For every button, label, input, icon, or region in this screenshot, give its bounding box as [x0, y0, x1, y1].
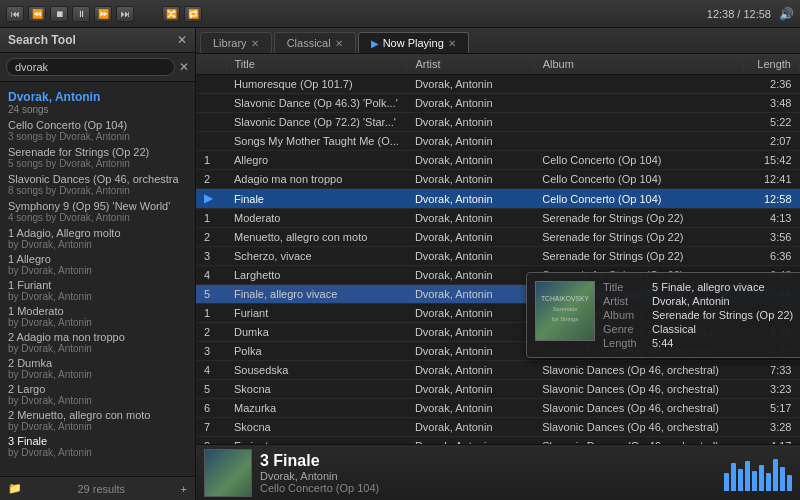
- track-artist: Dvorak, Antonin: [407, 399, 534, 418]
- col-title[interactable]: Title: [226, 54, 407, 75]
- table-row[interactable]: 3Scherzo, vivaceDvorak, AntoninSerenade …: [196, 247, 800, 266]
- tooltip-title-label: Title: [603, 281, 648, 293]
- track-artist: Dvorak, Antonin: [407, 170, 534, 189]
- fast-forward-button[interactable]: ⏩: [94, 6, 112, 22]
- sidebar-album-3[interactable]: Symphony 9 (Op 95) 'New World' 4 songs b…: [0, 198, 195, 225]
- tooltip-popup: TCHAIKOVSKY Serenade for Strings Title 5…: [526, 272, 800, 358]
- tab-classical[interactable]: Classical ✕: [274, 32, 356, 53]
- table-row[interactable]: 8FuriantDvorak, AntoninSlavonic Dances (…: [196, 437, 800, 445]
- pause-button[interactable]: ⏸: [72, 6, 90, 22]
- content-area: Library ✕ Classical ✕ ▶ Now Playing ✕ Ti…: [196, 28, 800, 500]
- search-header-icon: ✕: [177, 33, 187, 47]
- sidebar-track-6[interactable]: 2 Largo by Dvorak, Antonin: [0, 381, 195, 407]
- sidebar-track-4[interactable]: 2 Adagio ma non troppo by Dvorak, Antoni…: [0, 329, 195, 355]
- tab-play-icon: ▶: [371, 38, 379, 49]
- table-row[interactable]: 1AllegroDvorak, AntoninCello Concerto (O…: [196, 151, 800, 170]
- sidebar-track-2[interactable]: 1 Furiant by Dvorak, Antonin: [0, 277, 195, 303]
- col-length[interactable]: Length: [743, 54, 799, 75]
- search-clear-icon[interactable]: ✕: [179, 60, 189, 74]
- table-row[interactable]: 7SkocnaDvorak, AntoninSlavonic Dances (O…: [196, 418, 800, 437]
- prev-button[interactable]: ⏮: [6, 6, 24, 22]
- tooltip-title-row: Title 5 Finale, allegro vivace: [603, 281, 793, 293]
- sidebar-track-0[interactable]: 1 Adagio, Allegro molto by Dvorak, Anton…: [0, 225, 195, 251]
- table-row[interactable]: 2Adagio ma non troppoDvorak, AntoninCell…: [196, 170, 800, 189]
- tab-now-playing[interactable]: ▶ Now Playing ✕: [358, 32, 469, 53]
- sidebar-album-0[interactable]: Cello Concerto (Op 104) 3 songs by Dvora…: [0, 117, 195, 144]
- table-row[interactable]: 4SousedskaDvorak, AntoninSlavonic Dances…: [196, 361, 800, 380]
- next-button[interactable]: ⏭: [116, 6, 134, 22]
- stop-button[interactable]: ⏹: [50, 6, 68, 22]
- track-num: 3: [196, 247, 226, 266]
- svg-text:for Strings: for Strings: [552, 316, 579, 322]
- table-row[interactable]: 2Menuetto, allegro con motoDvorak, Anton…: [196, 228, 800, 247]
- track-title: Furiant: [226, 437, 407, 445]
- track-num: 1: [196, 151, 226, 170]
- search-input[interactable]: [6, 58, 175, 76]
- table-row[interactable]: 1ModeratoDvorak, AntoninSerenade for Str…: [196, 209, 800, 228]
- col-artist[interactable]: Artist: [407, 54, 534, 75]
- sidebar-track-3-by: by Dvorak, Antonin: [8, 317, 187, 328]
- sidebar-album-1[interactable]: Serenade for Strings (Op 22) 5 songs by …: [0, 144, 195, 171]
- shuffle-button[interactable]: 🔀: [162, 6, 180, 22]
- svg-rect-4: [205, 450, 252, 497]
- table-header-row: Title Artist Album Length: [196, 54, 800, 75]
- table-row[interactable]: Humoresque (Op 101.7)Dvorak, Antonin2:36: [196, 75, 800, 94]
- rewind-button[interactable]: ⏪: [28, 6, 46, 22]
- table-row[interactable]: 6MazurkaDvorak, AntoninSlavonic Dances (…: [196, 399, 800, 418]
- track-artist: Dvorak, Antonin: [407, 323, 534, 342]
- track-num: ▶: [196, 189, 226, 209]
- track-title: Slavonic Dance (Op 46.3) 'Polk...': [226, 94, 407, 113]
- sidebar-track-7[interactable]: 2 Menuetto, allegro con moto by Dvorak, …: [0, 407, 195, 433]
- tooltip-album-label: Album: [603, 309, 648, 321]
- table-row[interactable]: ▶FinaleDvorak, AntoninCello Concerto (Op…: [196, 189, 800, 209]
- table-row[interactable]: Slavonic Dance (Op 46.3) 'Polk...'Dvorak…: [196, 94, 800, 113]
- table-row[interactable]: Slavonic Dance (Op 72.2) 'Star...'Dvorak…: [196, 113, 800, 132]
- tooltip-genre-row: Genre Classical: [603, 323, 793, 335]
- sidebar-track-5[interactable]: 2 Dumka by Dvorak, Antonin: [0, 355, 195, 381]
- sidebar-track-3[interactable]: 1 Moderato by Dvorak, Antonin: [0, 303, 195, 329]
- track-num: 6: [196, 399, 226, 418]
- tooltip-genre-label: Genre: [603, 323, 648, 335]
- track-album: Cello Concerto (Op 104): [534, 189, 743, 209]
- track-artist: Dvorak, Antonin: [407, 437, 534, 445]
- track-num: 4: [196, 361, 226, 380]
- tab-library-close[interactable]: ✕: [251, 38, 259, 49]
- add-icon[interactable]: +: [181, 483, 187, 495]
- track-table-container: Title Artist Album Length Humoresque (Op…: [196, 54, 800, 444]
- sidebar-album-2[interactable]: Slavonic Dances (Op 46, orchestra 8 song…: [0, 171, 195, 198]
- track-artist: Dvorak, Antonin: [407, 113, 534, 132]
- track-num: 1: [196, 209, 226, 228]
- sidebar-track-8-by: by Dvorak, Antonin: [8, 447, 187, 458]
- table-row[interactable]: Songs My Mother Taught Me (O...Dvorak, A…: [196, 132, 800, 151]
- sidebar-track-8[interactable]: 3 Finale by Dvorak, Antonin: [0, 433, 195, 459]
- sidebar: Search Tool ✕ ✕ Dvorak, Antonin 24 songs…: [0, 28, 196, 500]
- track-num: 7: [196, 418, 226, 437]
- track-num: 2: [196, 228, 226, 247]
- track-title: Sousedska: [226, 361, 407, 380]
- table-row[interactable]: 5SkocnaDvorak, AntoninSlavonic Dances (O…: [196, 380, 800, 399]
- track-num: [196, 75, 226, 94]
- np-visualizer: [724, 455, 792, 491]
- track-artist: Dvorak, Antonin: [407, 189, 534, 209]
- track-artist: Dvorak, Antonin: [407, 380, 534, 399]
- sidebar-album-0-title: Cello Concerto (Op 104): [8, 119, 187, 131]
- sidebar-track-6-title: 2 Largo: [8, 383, 187, 395]
- tab-library[interactable]: Library ✕: [200, 32, 272, 53]
- vis-bar: [745, 461, 750, 491]
- track-title: Scherzo, vivace: [226, 247, 407, 266]
- tooltip-genre-value: Classical: [652, 323, 696, 335]
- tab-now-playing-close[interactable]: ✕: [448, 38, 456, 49]
- sidebar-track-1[interactable]: 1 Allegro by Dvorak, Antonin: [0, 251, 195, 277]
- sidebar-artist-name[interactable]: Dvorak, Antonin: [8, 90, 187, 104]
- repeat-button[interactable]: 🔁: [184, 6, 202, 22]
- sidebar-track-0-by: by Dvorak, Antonin: [8, 239, 187, 250]
- track-num: 8: [196, 437, 226, 445]
- track-album: Cello Concerto (Op 104): [534, 151, 743, 170]
- col-album[interactable]: Album: [534, 54, 743, 75]
- col-num: [196, 54, 226, 75]
- tab-classical-close[interactable]: ✕: [335, 38, 343, 49]
- sidebar-track-7-by: by Dvorak, Antonin: [8, 421, 187, 432]
- track-table: Title Artist Album Length Humoresque (Op…: [196, 54, 800, 444]
- np-album-art: [204, 449, 252, 497]
- track-length: 5:22: [743, 113, 799, 132]
